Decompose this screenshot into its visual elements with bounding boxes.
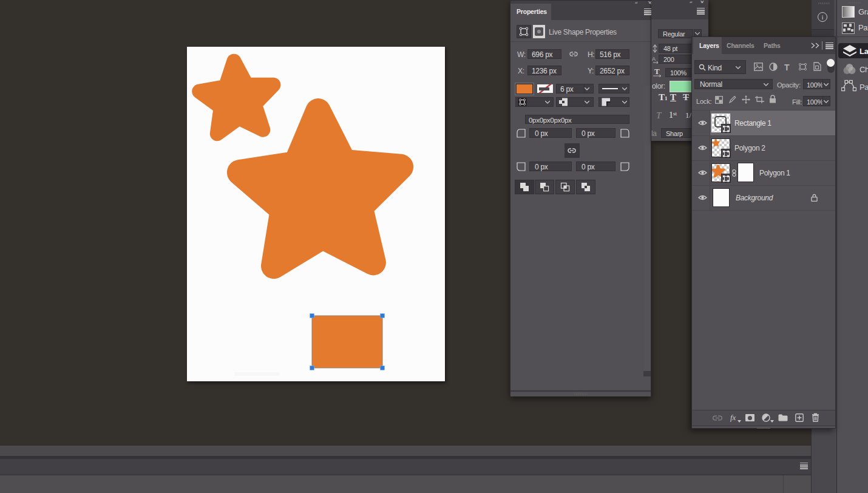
svg-text:T: T (654, 67, 660, 76)
svg-text:A: A (652, 56, 656, 62)
